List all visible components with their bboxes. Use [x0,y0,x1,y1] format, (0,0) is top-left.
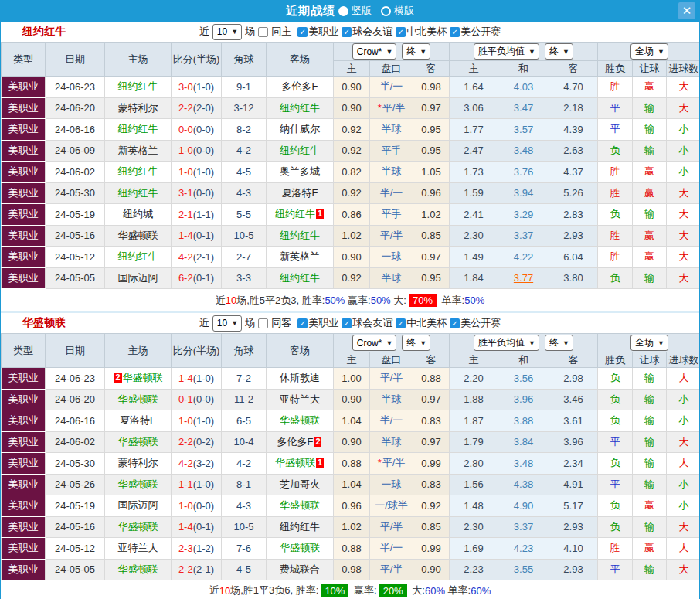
games-count-select[interactable]: 10▼ [212,24,242,40]
date-cell: 24-05-05 [46,559,105,580]
red-card-badge: 1 [316,209,324,219]
score-cell: 2-2(0-2) [172,431,222,453]
away-team-cell: 华盛顿联 [267,495,334,517]
close-button[interactable]: ✕ [678,2,695,19]
asian-result-cell: 赢 [633,162,667,183]
summary-segment: 10 [226,294,236,306]
chevron-down-icon: ▼ [386,339,392,347]
league-checkbox[interactable]: ✓ [396,318,406,328]
avg-odds-select[interactable]: 胜平负均值▼ [474,335,539,351]
avg-home-cell: 2.41 [450,204,498,226]
summary-segment: 10 [219,585,230,597]
avg-away-cell: 2.34 [549,453,598,475]
date-cell: 24-06-02 [46,162,105,183]
goals-result-cell: 大 [667,77,700,98]
league-checkbox[interactable]: ✓ [450,318,460,328]
league-checkbox[interactable]: ✓ [297,318,308,328]
corner-cell: 3-12 [222,97,267,119]
league-checkbox[interactable]: ✓ [396,27,406,37]
matches-table: 类型 日期 主场 比分(半场) 角球 客场 Crow*▼ 终▼ [1,42,700,289]
avg-stage-select[interactable]: 终▼ [545,43,573,60]
games-count-select[interactable]: 10▼ [212,315,242,332]
league-checkbox[interactable]: ✓ [297,27,308,37]
league-cell: 美职业 [2,267,46,289]
away-team-cell: 纳什威尔 [267,119,334,141]
score-cell: 3-1(0-0) [172,182,222,204]
team-name: 纽约红牛 [22,25,66,39]
sub-header: 盘口 [370,61,413,77]
odds-stage-select[interactable]: 终▼ [402,43,430,60]
league-filter-item: ✓美公开赛 [450,25,501,39]
away-team-cell: 多伦多F [267,77,334,98]
asian-result-cell: 输 [633,389,667,410]
avg-stage-select[interactable]: 终▼ [545,335,573,351]
result-cell: 胜 [598,77,633,98]
match-row: 美职业24-05-05华盛顿联2-2(2-1)4-5费城联合0.98平/半0.9… [2,559,700,580]
sub-header: 胜负 [598,61,633,77]
league-cell: 美职业 [2,204,46,226]
radio-icon [381,6,391,16]
handicap-home-odds-cell: 1.02 [334,516,370,538]
avg-away-cell: 4.70 [549,77,598,98]
odds-company-select[interactable]: Crow*▼ [352,43,397,60]
handicap-away-odds-cell: 0.99 [413,453,450,475]
league-checkbox[interactable]: ✓ [450,27,460,37]
summary-row: 近10场,胜5平2负3, 胜率:50% 赢率:50% 大:70% 单率:50% [1,289,699,313]
corner-cell: 6-5 [222,410,267,432]
match-row: 美职业24-05-19国际迈阿1-0(0-0)4-3华盛顿联0.96一/球半0.… [2,495,700,517]
avg-home-cell: 3.06 [450,97,498,119]
league-filter-item: ✓球会友谊 [342,316,392,330]
goals-result-cell: 大 [667,453,700,475]
same-venue-checkbox[interactable] [258,318,268,328]
corner-cell: 4-3 [222,182,267,204]
home-team-cell: 华盛顿联 [105,474,172,495]
scope-select[interactable]: 全场▼ [630,43,668,60]
layout-radio-vertical[interactable]: 竖版 [338,4,372,18]
league-label: 美公开赛 [460,316,501,330]
same-venue-checkbox[interactable] [258,27,268,37]
avg-away-cell: 6.04 [549,247,598,268]
league-cell: 美职业 [2,140,46,162]
score-cell: 1-4(0-1) [172,225,222,247]
scope-select[interactable]: 全场▼ [630,335,668,351]
league-cell: 美职业 [2,368,46,390]
odds-stage-select[interactable]: 终▼ [402,335,430,351]
score-cell: 1-1(1-0) [172,474,222,495]
handicap-away-odds-cell: 0.95 [413,119,450,141]
avg-draw-cell: 3.48 [498,140,549,162]
handicap-line-cell: 半/一 [370,77,413,98]
match-row: 美职业24-05-26华盛顿联1-1(1-0)8-1芝加哥火1.04一球0.83… [2,474,700,495]
sub-header: 主 [334,352,370,368]
chevron-down-icon: ▼ [420,48,426,56]
handicap-line-cell: 半球 [370,119,413,141]
league-checkbox[interactable]: ✓ [342,318,352,328]
avg-draw-cell: 4.23 [498,538,549,560]
away-team-cell: 新英格兰 [267,247,334,268]
avg-home-cell: 1.84 [450,267,498,289]
layout-radio-horizontal[interactable]: 横版 [381,4,414,18]
league-cell: 美职业 [2,453,46,475]
match-row: 美职业24-05-30纽约红牛3-1(0-0)4-3夏洛特F0.92半/一0.9… [2,182,700,204]
asian-result-cell: 赢 [633,538,667,560]
summary-segment: 近 [209,584,219,597]
avg-away-cell: 3.80 [549,267,598,289]
avg-draw-cell: 3.29 [498,204,549,226]
match-row: 美职业24-06-23纽约红牛3-0(1-0)9-1多伦多F0.90半/一0.9… [2,77,700,98]
chevron-down-icon: ▼ [231,319,238,327]
avg-draw-cell: 3.48 [498,453,549,475]
home-team-cell: 纽约红牛 [105,182,172,204]
date-cell: 24-05-12 [46,247,105,268]
red-card-badge: 2 [314,437,321,447]
sub-header: 进球数 [667,352,700,368]
league-label: 球会友谊 [352,316,392,330]
goals-result-cell: 小 [667,410,700,432]
avg-odds-select[interactable]: 胜平负均值▼ [474,43,539,60]
asian-result-cell: 输 [633,140,667,162]
league-checkbox[interactable]: ✓ [342,27,352,37]
goals-result-cell: 小 [667,162,700,183]
match-row: 美职业24-05-16华盛顿联1-4(0-1)10-5纽约红牛1.02平/半0.… [2,516,700,538]
odds-company-select[interactable]: Crow*▼ [352,335,397,351]
result-cell: 负 [598,410,633,432]
avg-away-cell: 2.18 [549,97,598,119]
close-icon: ✕ [682,4,692,18]
